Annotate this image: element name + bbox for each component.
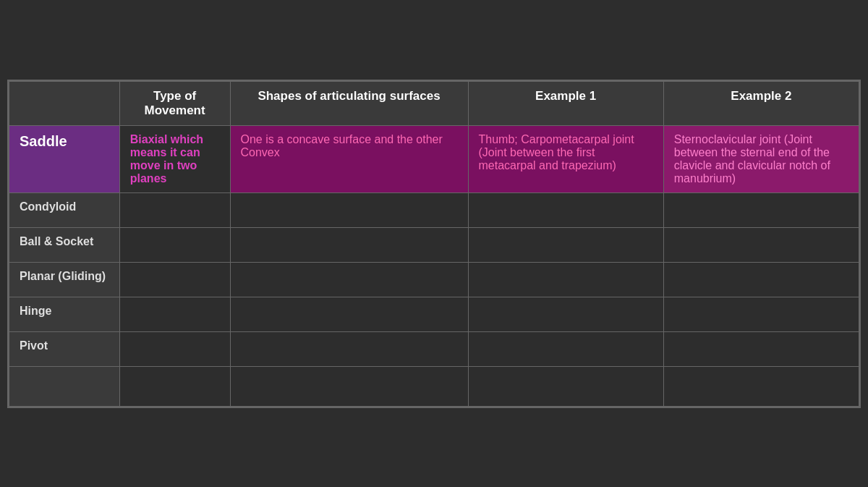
pivot-type-cell bbox=[119, 331, 230, 366]
ball-socket-type-cell bbox=[119, 227, 230, 262]
ball-socket-example1-cell bbox=[468, 227, 663, 262]
last-empty-type-cell bbox=[119, 366, 230, 406]
anatomy-table: Type of Movement Shapes of articulating … bbox=[9, 81, 859, 407]
main-table-container: Type of Movement Shapes of articulating … bbox=[7, 80, 861, 408]
last-empty-shape-cell bbox=[230, 366, 468, 406]
condyloid-label: Condyloid bbox=[9, 192, 120, 227]
last-empty-example2-cell bbox=[663, 366, 859, 406]
saddle-shape-cell: One is a concave surface and the other C… bbox=[230, 125, 468, 192]
hinge-label: Hinge bbox=[9, 297, 120, 331]
condyloid-shape-cell bbox=[230, 192, 468, 227]
condyloid-type-cell bbox=[119, 192, 230, 227]
hinge-row: Hinge bbox=[9, 297, 859, 331]
ball-socket-label: Ball & Socket bbox=[9, 227, 120, 262]
ball-socket-row: Ball & Socket bbox=[9, 227, 859, 262]
hinge-shape-cell bbox=[230, 297, 468, 331]
ball-socket-example2-cell bbox=[663, 227, 859, 262]
last-empty-example1-cell bbox=[468, 366, 663, 406]
saddle-type-cell: Biaxial which means it can move in two p… bbox=[119, 125, 230, 192]
hinge-type-cell bbox=[119, 297, 230, 331]
saddle-example2-cell: Sternoclavicular joint (Joint between th… bbox=[663, 125, 859, 192]
ball-socket-shape-cell bbox=[230, 227, 468, 262]
last-empty-row bbox=[9, 366, 859, 406]
planar-type-cell bbox=[119, 262, 230, 297]
hinge-example1-cell bbox=[468, 297, 663, 331]
header-row: Type of Movement Shapes of articulating … bbox=[9, 81, 859, 125]
header-col2: Shapes of articulating surfaces bbox=[230, 81, 468, 125]
planar-example2-cell bbox=[663, 262, 859, 297]
pivot-example2-cell bbox=[663, 331, 859, 366]
planar-label: Planar (Gliding) bbox=[9, 262, 120, 297]
pivot-shape-cell bbox=[230, 331, 468, 366]
planar-row: Planar (Gliding) bbox=[9, 262, 859, 297]
hinge-example2-cell bbox=[663, 297, 859, 331]
pivot-row: Pivot bbox=[9, 331, 859, 366]
condyloid-row: Condyloid bbox=[9, 192, 859, 227]
pivot-example1-cell bbox=[468, 331, 663, 366]
last-empty-label bbox=[9, 366, 120, 406]
saddle-row: Saddle Biaxial which means it can move i… bbox=[9, 125, 859, 192]
saddle-example1-cell: Thumb; Carpometacarpal joint (Joint betw… bbox=[468, 125, 663, 192]
condyloid-example1-cell bbox=[468, 192, 663, 227]
planar-example1-cell bbox=[468, 262, 663, 297]
condyloid-example2-cell bbox=[663, 192, 859, 227]
header-col1: Type of Movement bbox=[119, 81, 230, 125]
header-col4: Example 2 bbox=[663, 81, 859, 125]
header-col0 bbox=[9, 81, 120, 125]
planar-shape-cell bbox=[230, 262, 468, 297]
header-col3: Example 1 bbox=[468, 81, 663, 125]
saddle-label: Saddle bbox=[9, 125, 120, 192]
pivot-label: Pivot bbox=[9, 331, 120, 366]
